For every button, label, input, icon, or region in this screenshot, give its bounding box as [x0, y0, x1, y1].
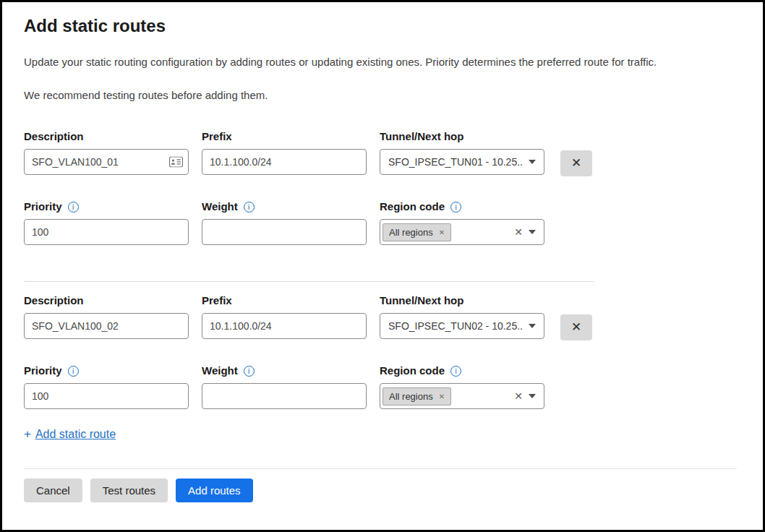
weight-field: Weight i [202, 364, 367, 409]
region-code-select[interactable]: All regions ✕ ✕ [380, 219, 544, 245]
cancel-button[interactable]: Cancel [24, 479, 82, 502]
tunnel-label: Tunnel/Next hop [380, 294, 544, 306]
intro-text: Update your static routing configuration… [24, 56, 737, 68]
region-field: Region code i All regions ✕ ✕ [380, 200, 544, 245]
recommendation-text: We recommend testing routes before addin… [24, 89, 737, 101]
tunnel-selected-value: SFO_IPSEC_TUN02 - 10.25... [388, 320, 523, 332]
description-input[interactable] [24, 149, 189, 175]
add-routes-button[interactable]: Add routes [176, 479, 253, 502]
tunnel-field: Tunnel/Next hop SFO_IPSEC_TUN02 - 10.25.… [380, 294, 544, 339]
test-routes-button[interactable]: Test routes [90, 479, 168, 502]
region-field: Region code i All regions ✕ ✕ [380, 364, 544, 409]
region-label: Region code i [380, 200, 544, 213]
prefix-label: Prefix [202, 130, 367, 142]
contact-card-icon[interactable] [169, 157, 183, 168]
tunnel-select[interactable]: SFO_IPSEC_TUN02 - 10.25... [380, 313, 544, 339]
description-label: Description [24, 294, 189, 306]
chevron-down-icon[interactable] [529, 394, 536, 398]
weight-field: Weight i [202, 200, 367, 245]
prefix-field: Prefix [202, 130, 367, 175]
info-icon[interactable]: i [450, 366, 461, 377]
priority-input[interactable] [24, 383, 189, 409]
tunnel-label: Tunnel/Next hop [380, 130, 544, 142]
route-entry-2: Description Prefix Tunnel/Next hop SFO_I… [24, 294, 737, 409]
chip-remove-icon[interactable]: ✕ [439, 392, 445, 400]
priority-field: Priority i [24, 364, 189, 409]
region-chip: All regions ✕ [382, 223, 451, 241]
chevron-down-icon [529, 160, 536, 164]
add-static-route-link[interactable]: Add static route [35, 428, 116, 440]
priority-input[interactable] [24, 219, 189, 245]
prefix-label: Prefix [202, 294, 367, 306]
chevron-down-icon [529, 324, 536, 328]
tunnel-selected-value: SFO_IPSEC_TUN01 - 10.25... [388, 156, 523, 168]
tunnel-field: Tunnel/Next hop SFO_IPSEC_TUN01 - 10.25.… [380, 130, 544, 175]
plus-icon: + [24, 427, 31, 441]
region-label-text: Region code [380, 364, 445, 377]
chip-remove-icon[interactable]: ✕ [439, 228, 445, 236]
info-icon[interactable]: i [244, 202, 255, 213]
route-divider [24, 281, 594, 282]
priority-label-text: Priority [24, 200, 62, 213]
clear-selection-icon[interactable]: ✕ [514, 390, 523, 402]
weight-label-text: Weight [202, 364, 238, 377]
prefix-field: Prefix [202, 294, 367, 339]
info-icon[interactable]: i [68, 202, 79, 213]
add-static-route-row: +Add static route [24, 427, 737, 442]
priority-field: Priority i [24, 200, 189, 245]
info-icon[interactable]: i [244, 366, 255, 377]
weight-input[interactable] [202, 219, 367, 245]
clear-selection-icon[interactable]: ✕ [514, 226, 523, 238]
description-label: Description [24, 130, 189, 142]
footer-divider [24, 468, 737, 469]
region-label: Region code i [380, 364, 544, 377]
description-field: Description [24, 294, 189, 339]
remove-route-button[interactable]: ✕ [560, 314, 592, 340]
description-input[interactable] [24, 313, 189, 339]
info-icon[interactable]: i [450, 202, 461, 213]
weight-label: Weight i [202, 364, 367, 377]
page-title: Add static routes [24, 16, 737, 36]
priority-label: Priority i [24, 200, 189, 213]
priority-label: Priority i [24, 364, 189, 377]
region-chip-label: All regions [389, 227, 433, 238]
priority-label-text: Priority [24, 364, 62, 377]
weight-input[interactable] [202, 383, 367, 409]
region-chip: All regions ✕ [382, 387, 451, 406]
region-label-text: Region code [380, 200, 445, 213]
weight-label: Weight i [202, 200, 367, 213]
footer-actions: Cancel Test routes Add routes [24, 479, 737, 502]
region-chip-label: All regions [389, 391, 433, 402]
tunnel-select[interactable]: SFO_IPSEC_TUN01 - 10.25... [380, 149, 544, 175]
region-code-select[interactable]: All regions ✕ ✕ [380, 383, 544, 409]
prefix-input[interactable] [202, 149, 367, 175]
route-entry-1: Description [24, 130, 737, 245]
description-field: Description [24, 130, 189, 175]
info-icon[interactable]: i [68, 366, 79, 377]
chevron-down-icon[interactable] [529, 230, 536, 234]
add-static-routes-dialog: Add static routes Update your static rou… [0, 0, 765, 532]
prefix-input[interactable] [202, 313, 367, 339]
weight-label-text: Weight [202, 200, 238, 213]
remove-route-button[interactable]: ✕ [560, 150, 592, 176]
